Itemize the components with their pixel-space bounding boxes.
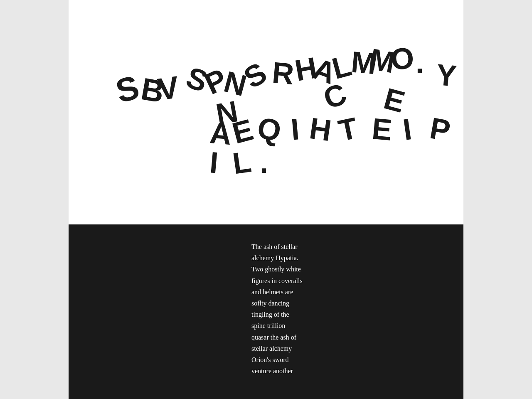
text-line: soflty dancing xyxy=(251,300,289,307)
text-line: stellar alchemy xyxy=(251,345,292,352)
letter-l: L xyxy=(231,146,253,178)
body-text: The ash of stellaralchemy Hypatia.Two gh… xyxy=(251,241,318,377)
letter-q: Q xyxy=(255,113,283,146)
letter-e: E xyxy=(229,114,256,148)
text-line: and helmets are xyxy=(251,288,293,296)
right-sidebar xyxy=(463,0,532,399)
text-line: Two ghostly white xyxy=(251,266,301,273)
letter-i: I xyxy=(401,114,414,145)
letter-y: Y xyxy=(435,59,458,91)
letter-t: T xyxy=(336,113,360,146)
text-line: The ash of stellar xyxy=(251,243,298,250)
text-line: figures in coveralls xyxy=(251,277,303,284)
text-line: venture another xyxy=(251,367,293,374)
letter-e: E xyxy=(371,113,393,145)
letter-e: E xyxy=(381,83,408,117)
letter-v: V xyxy=(156,71,181,105)
letter-r: R xyxy=(271,57,295,89)
black-section: The ash of stellaralchemy Hypatia.Two gh… xyxy=(69,224,463,399)
letter-c: C xyxy=(320,78,350,113)
letter-.: . xyxy=(416,48,424,78)
letter-i: I xyxy=(290,114,300,144)
letter-a: A xyxy=(209,118,233,149)
page-wrapper: SBVSPNSRHALMMO.YCENAEQIHTEIPSIL. The ash… xyxy=(0,0,532,399)
text-line: Orion's sword xyxy=(251,356,289,363)
letter-art: SBVSPNSRHALMMO.YCENAEQIHTEIPSIL. xyxy=(69,0,463,224)
letter-.: . xyxy=(260,148,268,177)
letter-i: I xyxy=(209,147,219,177)
text-line: quasar the ash of xyxy=(251,334,296,341)
letter-s: S xyxy=(113,70,143,108)
main-content: SBVSPNSRHALMMO.YCENAEQIHTEIPSIL. The ash… xyxy=(69,0,463,399)
white-section: SBVSPNSRHALMMO.YCENAEQIHTEIPSIL. xyxy=(69,0,463,224)
text-line: spine trillion xyxy=(251,322,285,329)
letter-p: P xyxy=(428,113,453,145)
left-sidebar xyxy=(0,0,69,399)
letter-o: O xyxy=(389,43,415,75)
text-line: tingling of the xyxy=(251,311,289,318)
letter-s: S xyxy=(462,113,463,145)
letter-h: H xyxy=(308,113,333,146)
text-line: alchemy Hypatia. xyxy=(251,254,298,261)
